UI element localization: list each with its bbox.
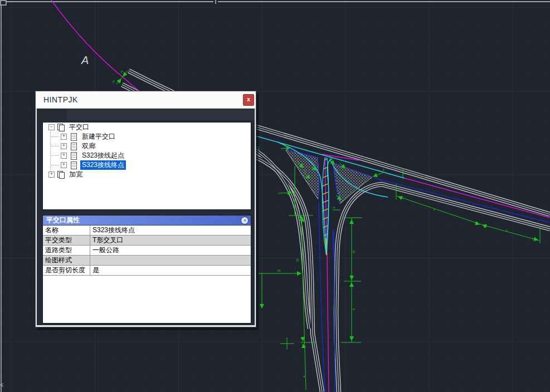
tree-expander-icon[interactable]: + bbox=[61, 134, 67, 140]
property-row[interactable]: 名称S323接线终点 bbox=[43, 226, 251, 236]
dialog-titlebar[interactable]: HINTPJK x bbox=[36, 91, 256, 109]
tree-item[interactable]: +S323接线起点 bbox=[43, 151, 251, 160]
app-root: { "window": { "title": "HINTPJK", "close… bbox=[0, 0, 550, 392]
property-value[interactable]: 一般公路 bbox=[90, 246, 251, 255]
layers-icon bbox=[57, 171, 65, 179]
property-label: 是否剪切长度 bbox=[43, 266, 90, 275]
tree-item-label[interactable]: S323接线起点 bbox=[80, 151, 126, 160]
property-row[interactable]: 道路类型一般公路 bbox=[43, 246, 251, 256]
tree-item-label[interactable]: 加宽 bbox=[67, 170, 84, 179]
tab-strip bbox=[37, 109, 255, 120]
property-label: 绘图样式 bbox=[43, 256, 90, 265]
canvas-label: 25 bbox=[352, 250, 356, 253]
tree-item-label[interactable]: 新建平交口 bbox=[80, 132, 117, 141]
tree-expander-icon[interactable]: + bbox=[61, 153, 67, 159]
property-value[interactable]: 是 bbox=[90, 266, 251, 275]
canvas-label: A bbox=[81, 54, 89, 66]
tree-expander-icon[interactable]: + bbox=[48, 171, 55, 178]
canvas-label: < bbox=[0, 381, 3, 388]
tree-item-label[interactable]: 双廊 bbox=[80, 141, 97, 151]
tree-expander-icon[interactable]: - bbox=[48, 124, 55, 130]
property-value[interactable]: S323接线终点 bbox=[90, 226, 251, 235]
property-grid-panel[interactable]: 平交口属性 « 名称S323接线终点平交类型T形交叉口道路类型一般公路绘图样式是… bbox=[42, 215, 251, 324]
tree-item[interactable]: +双廊 bbox=[43, 141, 251, 151]
layers-icon bbox=[57, 124, 65, 131]
tree-item[interactable]: -平交口 bbox=[43, 122, 251, 132]
tree-item[interactable]: +新建平交口 bbox=[43, 132, 251, 141]
canvas-label: G bbox=[256, 145, 260, 151]
tree-item[interactable]: +加宽 bbox=[43, 170, 251, 179]
property-row[interactable]: 绘图样式 bbox=[43, 256, 251, 266]
property-grid-header: 平交口属性 « bbox=[43, 215, 251, 226]
canvas-label: 25 bbox=[296, 258, 299, 262]
property-grid-title: 平交口属性 bbox=[46, 216, 80, 224]
property-label: 平交类型 bbox=[43, 236, 90, 245]
canvas-label: 5 bbox=[285, 144, 286, 147]
intersection-tree-panel[interactable]: -平交口+新建平交口+双廊+S323接线起点+S323接线终点+加宽 bbox=[42, 122, 251, 210]
property-value[interactable] bbox=[90, 256, 251, 265]
document-icon bbox=[70, 133, 78, 141]
canvas-label: 43 bbox=[333, 206, 335, 209]
document-icon bbox=[70, 143, 78, 150]
canvas-label: 5 bbox=[383, 168, 384, 171]
tree-item-label[interactable]: S323接线终点 bbox=[80, 160, 126, 170]
dialog-title: HINTPJK bbox=[43, 95, 78, 104]
tab-current[interactable] bbox=[37, 109, 67, 120]
canvas-label: 4 bbox=[338, 192, 340, 195]
property-label: 道路类型 bbox=[43, 246, 90, 255]
collapse-icon[interactable]: « bbox=[241, 217, 249, 224]
document-icon bbox=[70, 161, 78, 169]
canvas-label: 2 bbox=[329, 155, 331, 159]
tree-item-label[interactable]: 平交口 bbox=[67, 122, 91, 132]
tree-expander-icon[interactable]: + bbox=[61, 143, 67, 149]
close-icon[interactable]: x bbox=[243, 94, 254, 106]
tree-expander-icon[interactable]: + bbox=[61, 162, 67, 168]
property-row[interactable]: 平交类型T形交叉口 bbox=[43, 236, 251, 246]
dialog-client-area: -平交口+新建平交口+双廊+S323接线起点+S323接线终点+加宽 平交口属性… bbox=[37, 109, 255, 325]
canvas-label: 24 bbox=[278, 269, 281, 272]
property-row[interactable]: 是否剪切长度是 bbox=[43, 266, 251, 276]
canvas-label: 4 bbox=[352, 308, 356, 310]
property-value[interactable]: T形交叉口 bbox=[90, 236, 251, 245]
document-icon bbox=[70, 152, 78, 160]
property-label: 名称 bbox=[43, 226, 90, 235]
hintpjk-dialog[interactable]: HINTPJK x -平交口+新建平交口+双廊+S323接线起点+S323接线终… bbox=[35, 91, 256, 327]
tree-item[interactable]: +S323接线终点 bbox=[43, 160, 251, 170]
